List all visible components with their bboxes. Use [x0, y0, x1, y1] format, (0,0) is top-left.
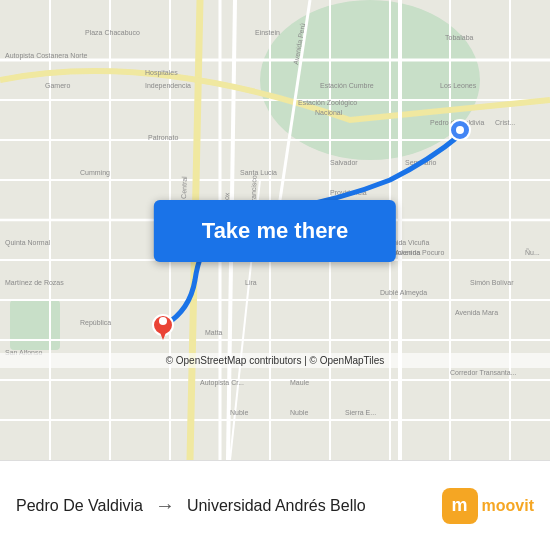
origin-station: Pedro De Valdivia — [16, 497, 143, 515]
moovit-icon: m — [442, 488, 478, 524]
svg-text:Maule: Maule — [290, 379, 309, 386]
svg-text:Nuble: Nuble — [230, 409, 248, 416]
moovit-logo: m moovit — [442, 488, 534, 524]
svg-text:Ñu...: Ñu... — [525, 248, 540, 256]
map-container: Autopista Costanera Norte Martínez de Ro… — [0, 0, 550, 460]
svg-text:Patronato: Patronato — [148, 134, 178, 141]
svg-text:Crist...: Crist... — [495, 119, 515, 126]
take-me-there-button[interactable]: Take me there — [154, 200, 396, 262]
svg-text:Cumming: Cumming — [80, 169, 110, 177]
svg-text:Tobalaba: Tobalaba — [445, 34, 474, 41]
svg-text:Estación Cumbre: Estación Cumbre — [320, 82, 374, 89]
svg-text:Estación Zoológico: Estación Zoológico — [298, 99, 357, 107]
svg-text:Nacional: Nacional — [315, 109, 343, 116]
svg-text:Plaza Chacabuco: Plaza Chacabuco — [85, 29, 140, 36]
svg-text:República: República — [80, 319, 111, 327]
svg-text:Los Leones: Los Leones — [440, 82, 477, 89]
svg-text:Dublé Almeyda: Dublé Almeyda — [380, 289, 427, 297]
svg-text:Autopista Cr...: Autopista Cr... — [200, 379, 244, 387]
svg-text:Autopista Costanera Norte: Autopista Costanera Norte — [5, 52, 88, 60]
svg-rect-2 — [10, 300, 60, 350]
arrow-icon: → — [155, 494, 175, 517]
svg-text:Hospitales: Hospitales — [145, 69, 178, 77]
svg-point-73 — [456, 126, 464, 134]
svg-text:Corredor Transanta...: Corredor Transanta... — [450, 369, 517, 376]
svg-text:Independencia: Independencia — [145, 82, 191, 90]
svg-text:Salvador: Salvador — [330, 159, 358, 166]
svg-text:Martínez de Rozas: Martínez de Rozas — [5, 279, 64, 286]
map-attribution: © OpenStreetMap contributors | © OpenMap… — [0, 353, 550, 368]
svg-text:Gamero: Gamero — [45, 82, 70, 89]
svg-text:Matta: Matta — [205, 329, 223, 336]
svg-text:Nuble: Nuble — [290, 409, 308, 416]
svg-text:Sierra E...: Sierra E... — [345, 409, 376, 416]
svg-point-1 — [260, 0, 480, 160]
svg-text:Santa Lucia: Santa Lucia — [240, 169, 277, 176]
svg-point-76 — [159, 317, 167, 325]
moovit-text: moovit — [482, 497, 534, 515]
svg-text:Avenida Mara: Avenida Mara — [455, 309, 498, 316]
svg-text:Simón Bolívar: Simón Bolívar — [470, 279, 514, 286]
svg-text:Lira: Lira — [245, 279, 257, 286]
svg-text:Einstein: Einstein — [255, 29, 280, 36]
svg-text:Quinta Normal: Quinta Normal — [5, 239, 51, 247]
destination-station: Universidad Andrés Bello — [187, 497, 366, 515]
route-info-bar: Pedro De Valdivia → Universidad Andrés B… — [0, 460, 550, 550]
